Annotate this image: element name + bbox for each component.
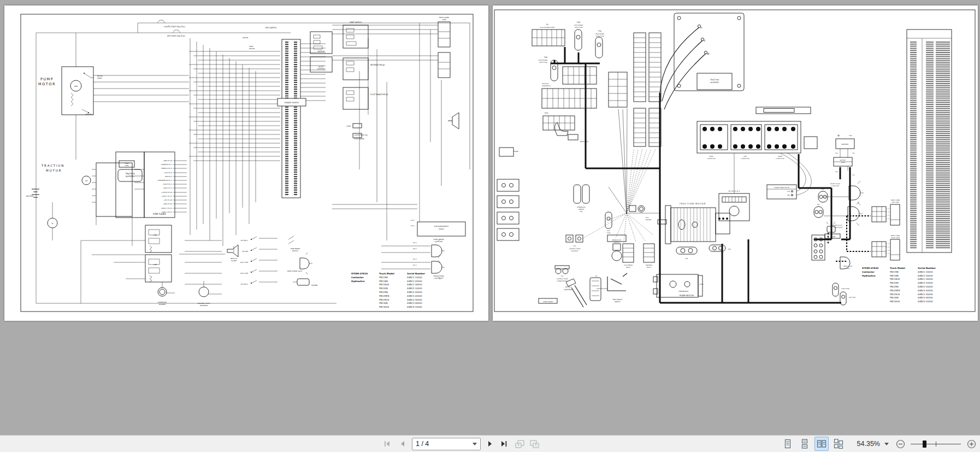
rear-combi-lamp-block: [438, 22, 459, 129]
diagram-label: LINE: [743, 156, 747, 157]
diagram-label: D I S P L A Y: [729, 190, 740, 192]
diagram-label: REVERSE: [646, 265, 652, 266]
next-page-icon: [487, 441, 493, 447]
diagram-label: WEAR: [97, 77, 102, 79]
diagram-label: LIGHTS FUSE 15A (F10): [164, 26, 185, 28]
diagram-label: SUPPLY FUSE: [539, 62, 547, 63]
diagram-label: LEFT LAMP: [892, 202, 899, 203]
diagram-label: LIFT SW 1: [240, 239, 248, 242]
diagram-label: KEY FUSE 15A (F02): [167, 35, 185, 37]
diagram-label: AUX 1 SW: [240, 261, 248, 263]
diagram-label: RTN P1-2: [165, 175, 172, 178]
zoom-dropdown-icon[interactable]: [884, 443, 889, 445]
next-page-button[interactable]: [485, 437, 495, 450]
zoom-out-icon: [896, 439, 905, 449]
wiring-harness-diagram: P6LOGIC/POWER SUPPLYP29LOGIC/POWERSUPPLY…: [493, 5, 978, 321]
diagram-label: FUSE: [607, 232, 611, 234]
page-number-combobox[interactable]: 1 / 4: [412, 438, 481, 450]
diagram-label: FRONT FLOOD: [830, 183, 840, 185]
diagram-label: P14: [685, 257, 688, 260]
diagram-label: LM: [85, 180, 88, 182]
diagram-label: LAMP: [442, 19, 446, 21]
pedal-and-switch-glyphs: [555, 185, 654, 291]
last-page-button[interactable]: [499, 437, 510, 450]
diagram-label: FBC15N: [890, 271, 899, 273]
diagram-label: P13: [580, 210, 582, 213]
diagram-label: A4BC3-30200: [918, 293, 933, 296]
document-canvas[interactable]: PUMPMOTORBRUSHWEARTHERMALARMT R A C T I …: [0, 0, 980, 435]
first-page-button[interactable]: [382, 437, 393, 450]
diagram-label: A4BC1-30200: [407, 283, 422, 286]
continuous-scroll-button[interactable]: [798, 437, 812, 451]
zoom-level-value[interactable]: 54.35%: [854, 440, 880, 448]
diagram-label: A4BC3-30200: [407, 298, 422, 301]
diagram-label: Hydraulics: [351, 280, 365, 283]
diagram-label: 97E99-07810: [351, 272, 368, 275]
left-edge-switch-blocks: [497, 122, 578, 240]
diagram-label: FBC25N: [379, 291, 388, 293]
zoom-in-button[interactable]: [966, 437, 977, 450]
diagram-label: CONTACTOR: [776, 158, 784, 160]
previous-page-button[interactable]: [397, 437, 408, 450]
diagram-label: T R A C T I O N: [41, 164, 63, 167]
diagram-label: PHASE A P1-6: [161, 167, 172, 169]
diagram-label: LOGIC/POWER: [574, 25, 583, 26]
lift-switch-glyphs: [251, 237, 257, 284]
diagram-label: SUPPLY FUSE: [596, 36, 604, 37]
diagram-label: FUSE (SPARE): [354, 138, 364, 140]
diagram-label: INVERTER: [710, 81, 719, 84]
single-page-view-icon: [783, 439, 793, 449]
diagram-label: COM: [154, 263, 157, 266]
diagram-label: NEG: [835, 152, 838, 154]
zoom-slider-knob[interactable]: [923, 441, 926, 448]
diagram-label: P41-2: [413, 259, 417, 260]
diagram-label: 97E22-08100: [543, 301, 553, 303]
zoom-out-button[interactable]: [895, 437, 906, 450]
diagram-label: DIR SW: [249, 48, 255, 50]
diagram-label: BUZZER: [159, 303, 166, 306]
diagram-label: FBC18LN: [890, 278, 900, 280]
diagram-label: PUMP: [40, 77, 54, 81]
wiring-diagram-schematic: PUMPMOTORBRUSHWEARTHERMALARMT R A C T I …: [4, 5, 488, 321]
next-view-button[interactable]: [529, 437, 540, 450]
diagram-label: CAN H P1-3: [163, 183, 172, 185]
diagram-label: CONTROL VALVE: [569, 248, 581, 250]
two-page-view-button[interactable]: [814, 437, 829, 451]
diagram-label: P41: [817, 204, 820, 206]
diagram-label: SOLENOID: [571, 250, 578, 252]
diagram-label: TRACTION MOTOR: [679, 202, 706, 205]
diagram-label: CONTROL VALVE: [557, 278, 568, 280]
diagram-label: A4BC3-40200: [407, 302, 422, 304]
diagram-label: Serial Number: [918, 267, 936, 269]
diagram-label: FOOT BRAKE: [624, 265, 633, 266]
diagram-label: FOOT BRAKE RELAY: [370, 93, 388, 96]
diagram-label: CONTACTOR: [707, 158, 716, 160]
diagram-label: LIGHT FUSE: [841, 288, 849, 290]
diagram-label: P24-2: [411, 220, 415, 221]
diagram-label: LIGHT RIGHT: [834, 227, 843, 228]
diagram-label: 97E99-07820: [862, 267, 878, 269]
diagram-label: LOWER SWITCH: [557, 280, 568, 282]
page-navigation-group: 1 / 4: [382, 436, 540, 452]
diagram-label: A4BC4-10200: [407, 306, 422, 308]
diagram-label: Contactor: [351, 276, 364, 279]
diagram-label: P12: [561, 275, 564, 277]
diagram-label: REAR COMBI: [891, 235, 900, 237]
diagram-label: P42-2: [413, 248, 417, 250]
diagram-label: POS: [852, 152, 855, 154]
display-unit: [719, 193, 749, 221]
zoom-slider[interactable]: [911, 439, 961, 448]
battery-and-motor-glyphs: [32, 189, 57, 228]
single-page-view-button[interactable]: [781, 437, 795, 451]
diagram-label: FBC25EN: [890, 289, 900, 292]
diagram-label: FBC18LN: [379, 283, 389, 286]
diagram-label: KEY SWITCH: [265, 27, 277, 29]
previous-view-button[interactable]: [514, 437, 525, 450]
schematic-frame: [21, 14, 473, 312]
diagram-label: FBC30LN: [379, 306, 389, 308]
diagram-label: FBC20N: [379, 287, 388, 290]
two-page-scrolling-button[interactable]: [831, 437, 846, 451]
diagram-label: M O T O R: [46, 169, 61, 172]
diagram-label: A4BC2-10200: [407, 287, 422, 290]
wire-color-code-legend: [907, 30, 952, 253]
